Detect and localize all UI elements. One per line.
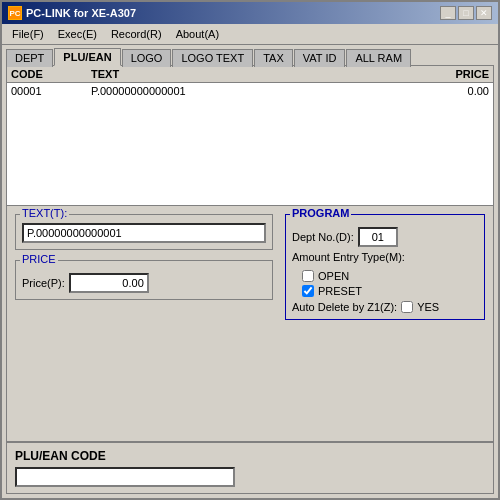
main-window: PC PC-LINK for XE-A307 _ □ ✕ File(F) Exe… xyxy=(0,0,500,500)
dept-input[interactable] xyxy=(358,227,398,247)
tab-logo-text[interactable]: LOGO TEXT xyxy=(172,49,253,67)
cell-text: P.00000000000001 xyxy=(91,85,409,97)
preset-option-row: PRESET xyxy=(302,285,362,297)
preset-label: PRESET xyxy=(318,285,362,297)
menu-about[interactable]: About(A) xyxy=(170,26,225,42)
tab-vat-id[interactable]: VAT ID xyxy=(294,49,346,67)
dept-row: Dept No.(D): xyxy=(292,227,478,247)
left-form: TEXT(T): PRICE Price(P): xyxy=(15,214,273,433)
yes-checkbox[interactable] xyxy=(401,301,413,313)
program-group: PROGRAM Dept No.(D): Amount Entry Type(M… xyxy=(285,214,485,320)
open-option-row: OPEN xyxy=(302,270,362,282)
tab-logo[interactable]: LOGO xyxy=(122,49,172,67)
col-header-code: CODE xyxy=(11,68,91,80)
title-buttons: _ □ ✕ xyxy=(440,6,492,20)
bottom-section: PLU/EAN CODE xyxy=(7,441,493,493)
tab-tax[interactable]: TAX xyxy=(254,49,293,67)
yes-label: YES xyxy=(417,301,439,313)
title-bar: PC PC-LINK for XE-A307 _ □ ✕ xyxy=(2,2,498,24)
table-row[interactable]: 00001 P.00000000000001 0.00 xyxy=(7,83,493,99)
amount-label: Amount Entry Type(M): xyxy=(292,251,478,263)
auto-delete-label: Auto Delete by Z1(Z): xyxy=(292,301,397,313)
dept-label: Dept No.(D): xyxy=(292,231,354,243)
text-field-label: TEXT(T): xyxy=(20,207,69,219)
close-button[interactable]: ✕ xyxy=(476,6,492,20)
preset-checkbox[interactable] xyxy=(302,285,314,297)
cell-price: 0.00 xyxy=(409,85,489,97)
price-row: Price(P): xyxy=(22,273,266,293)
tab-dept[interactable]: DEPT xyxy=(6,49,53,67)
content-area: CODE TEXT PRICE 00001 P.00000000000001 0… xyxy=(6,65,494,494)
open-checkbox[interactable] xyxy=(302,270,314,282)
text-input[interactable] xyxy=(22,223,266,243)
price-sublabel: Price(P): xyxy=(22,277,65,289)
price-field-group: PRICE Price(P): xyxy=(15,260,273,300)
table-header: CODE TEXT PRICE xyxy=(7,66,493,83)
menu-file[interactable]: File(F) xyxy=(6,26,50,42)
right-form: PROGRAM Dept No.(D): Amount Entry Type(M… xyxy=(285,214,485,433)
title-bar-left: PC PC-LINK for XE-A307 xyxy=(8,6,136,20)
col-header-text: TEXT xyxy=(91,68,409,80)
open-label: OPEN xyxy=(318,270,349,282)
price-input[interactable] xyxy=(69,273,149,293)
bottom-title: PLU/EAN CODE xyxy=(15,449,485,463)
plu-ean-input[interactable] xyxy=(15,467,235,487)
program-label: PROGRAM xyxy=(290,207,351,219)
cell-code: 00001 xyxy=(11,85,91,97)
auto-delete-row: Auto Delete by Z1(Z): YES xyxy=(292,301,478,313)
maximize-button[interactable]: □ xyxy=(458,6,474,20)
menu-exec[interactable]: Exec(E) xyxy=(52,26,103,42)
tab-all-ram[interactable]: ALL RAM xyxy=(346,49,411,67)
form-section: TEXT(T): PRICE Price(P): PROGRAM xyxy=(7,206,493,441)
minimize-button[interactable]: _ xyxy=(440,6,456,20)
tab-plu[interactable]: PLU/EAN xyxy=(54,48,120,66)
app-icon: PC xyxy=(8,6,22,20)
window-title: PC-LINK for XE-A307 xyxy=(26,7,136,19)
table-section: CODE TEXT PRICE 00001 P.00000000000001 0… xyxy=(7,66,493,206)
menu-record[interactable]: Record(R) xyxy=(105,26,168,42)
price-field-label: PRICE xyxy=(20,253,58,265)
tab-bar: DEPT PLU/EAN LOGO LOGO TEXT TAX VAT ID A… xyxy=(2,45,498,65)
menu-bar: File(F) Exec(E) Record(R) About(A) xyxy=(2,24,498,45)
text-field-group: TEXT(T): xyxy=(15,214,273,250)
amount-entry-row: Amount Entry Type(M): OPEN PRESET xyxy=(292,251,478,297)
col-header-price: PRICE xyxy=(409,68,489,80)
